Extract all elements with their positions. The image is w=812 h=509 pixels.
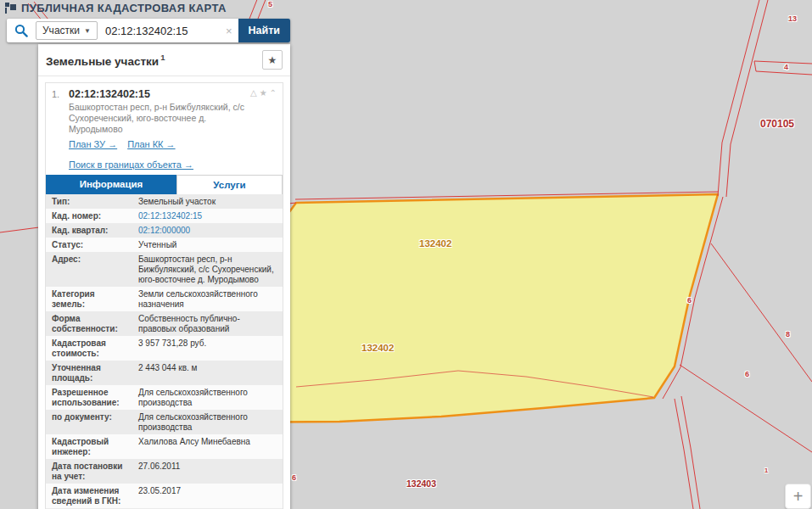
info-row: Адрес:Башкортостан респ, р-н Бижбулякски…: [46, 252, 283, 287]
info-row-value-link[interactable]: 02:12:132402:15: [132, 209, 283, 223]
info-row: Дата изменения сведений в ГКН:23.05.2017: [46, 484, 283, 508]
info-row-label: по документу:: [46, 410, 132, 434]
search-category-label: Участки: [42, 25, 80, 36]
search-bar: Участки ▼ × Найти: [7, 19, 290, 42]
collapse-chevron-icon[interactable]: ⌃: [270, 88, 277, 135]
info-row-label: Адрес:: [46, 252, 132, 287]
info-row-label: Кадастровый инженер:: [46, 434, 132, 459]
app-logo-icon: [5, 3, 16, 14]
star-icon[interactable]: ★: [260, 88, 267, 135]
info-row-value: Собственность публично-правовых образова…: [132, 311, 283, 336]
info-row: Форма собственности:Собственность публич…: [46, 311, 283, 336]
info-row: Разрешенное использование:Для сельскохоз…: [46, 385, 283, 410]
info-row-value: Для сельскохозяйственного производства: [132, 385, 283, 410]
info-row-label: Разрешенное использование:: [46, 385, 132, 410]
info-row: Уточненная площадь:2 443 044 кв. м: [46, 361, 283, 385]
info-row: Дата постановки на учет:27.06.2011: [46, 459, 283, 484]
info-row-value: Башкортостан респ, р-н Бижбулякский, с/с…: [132, 252, 283, 287]
search-input[interactable]: [104, 24, 220, 38]
results-header: Земельные участки1 ★: [38, 44, 290, 76]
info-row: Кадастровая стоимость:3 957 731,28 руб.: [46, 336, 283, 361]
info-row: Кад. квартал:02:12:000000: [46, 223, 283, 238]
info-row-value: 3 957 731,28 руб.: [132, 336, 283, 361]
info-row-value-link[interactable]: 02:12:000000: [132, 223, 283, 238]
parcel-list-item: 1. 02:12:132402:15 Башкортостан респ, р-…: [45, 82, 283, 509]
map-zoom-in-button[interactable]: +: [785, 484, 811, 509]
info-row-value: Земельный участок: [132, 194, 283, 209]
info-row-label: Дата постановки на учет:: [46, 459, 132, 484]
warning-triangle-icon: △: [250, 88, 257, 135]
info-row: Кад. номер:02:12:132402:15: [46, 209, 283, 223]
item-index: 1.: [52, 88, 69, 135]
chevron-down-icon: ▼: [84, 27, 91, 35]
info-row-label: Статус:: [46, 238, 132, 252]
item-action-link[interactable]: Поиск в границах объекта →: [69, 159, 193, 170]
item-action-link[interactable]: План КК →: [127, 139, 175, 149]
info-row-value: Учтенный: [132, 238, 283, 252]
info-row-value: 2 443 044 кв. м: [132, 361, 283, 385]
page-title: ПУБЛИЧНАЯ КАДАСТРОВАЯ КАРТА: [21, 2, 227, 14]
app-header: ПУБЛИЧНАЯ КАДАСТРОВАЯ КАРТА: [5, 2, 227, 14]
info-row-value: 27.06.2011: [132, 459, 283, 484]
parcel-info-table: Тип:Земельный участокКад. номер:02:12:13…: [46, 194, 283, 509]
info-row-value: 23.05.2017: [132, 484, 283, 508]
info-row: Категория земель:Земли сельскохозяйствен…: [46, 287, 283, 311]
info-row: по документу:Для сельскохозяйственного п…: [46, 410, 283, 434]
info-row-label: Уточненная площадь:: [46, 361, 132, 385]
tab-information[interactable]: Информация: [46, 175, 176, 194]
clear-search-icon[interactable]: ×: [220, 25, 238, 37]
info-row-label: Форма собственности:: [46, 311, 132, 336]
results-title: Земельные участки1: [46, 53, 165, 68]
item-address: Башкортостан респ, р-н Бижбулякский, с/с…: [69, 102, 250, 135]
results-panel: Земельные участки1 ★ 1. 02:12:132402:15 …: [38, 44, 290, 509]
results-count: 1: [160, 53, 165, 62]
info-row: Тип:Земельный участок: [46, 194, 283, 209]
info-row-label: Дата изменения сведений в ГКН:: [46, 484, 132, 508]
item-tabs: Информация Услуги: [46, 175, 283, 194]
favorites-star-button[interactable]: ★: [262, 50, 283, 70]
item-action-link[interactable]: План ЗУ →: [69, 139, 117, 149]
search-category-dropdown[interactable]: Участки ▼: [36, 21, 98, 40]
info-row-label: Кад. номер:: [46, 209, 132, 223]
item-links: План ЗУ →План КК →Поиск в границах объек…: [46, 135, 283, 175]
info-row-value: Халилова Алсу Минебаевна: [132, 434, 283, 459]
tab-services[interactable]: Услуги: [176, 175, 283, 194]
info-row-value: Для сельскохозяйственного производства: [132, 410, 283, 434]
info-row-label: Кад. квартал:: [46, 223, 132, 238]
search-icon: [7, 24, 36, 37]
info-row: Статус:Учтенный: [46, 238, 283, 252]
item-cadastral-number: 02:12:132402:15: [69, 88, 250, 100]
info-row-label: Тип:: [46, 194, 132, 209]
info-row-label: Категория земель:: [46, 287, 132, 311]
info-row: Кадастровый инженер:Халилова Алсу Минеба…: [46, 434, 283, 459]
search-submit-button[interactable]: Найти: [238, 19, 290, 42]
info-row-label: Кадастровая стоимость:: [46, 336, 132, 361]
info-row-value: Земли сельскохозяйственного назначения: [132, 287, 283, 311]
